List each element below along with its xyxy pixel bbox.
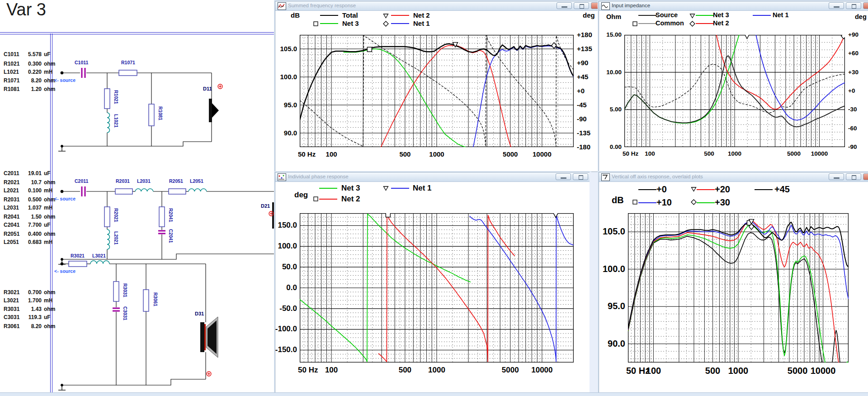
- window-title: Summed frequency response: [288, 3, 356, 8]
- legend-label: Net 1: [413, 184, 432, 193]
- right-axis-tick-label: +90: [848, 31, 859, 38]
- legend-line-sample: [696, 15, 714, 16]
- source-and-ground-symbols: [58, 72, 66, 390]
- series-+20: [628, 221, 840, 363]
- square-marker-icon: [632, 199, 638, 205]
- window-vertical-off-axis-response: Vertical off axis response, overlaid plo…: [599, 172, 868, 394]
- y-axis-tick-label: -150.0: [275, 345, 297, 354]
- minimize-button[interactable]: [557, 2, 572, 9]
- x-axis-tick-label: 1000: [718, 366, 759, 376]
- y-axis-tick-label: 100.0: [275, 73, 297, 81]
- y-axis-tick-label: -100.0: [275, 324, 297, 334]
- legend-line-sample: [319, 199, 337, 200]
- window-individual-phase-response: Individual phase response × degNet 3Net …: [275, 172, 590, 394]
- y-axis-tick-label: 105.0: [275, 45, 297, 52]
- window-chart-icon: [601, 173, 610, 181]
- triangle-marker-icon: [689, 13, 695, 19]
- y-axis-tick-label: 0.0: [275, 283, 297, 292]
- legend-line-sample: [391, 188, 409, 189]
- mdi-gap: [590, 172, 599, 393]
- right-axis-tick-label: -180: [577, 143, 590, 151]
- legend-label: +30: [715, 197, 730, 208]
- y-axis-tick-label: 100.0: [275, 242, 297, 251]
- legend-label: Net 3: [342, 19, 359, 27]
- source-label: <- source: [54, 196, 75, 201]
- x-axis-tick-label: 1000: [416, 150, 457, 158]
- maximize-button[interactable]: [846, 2, 861, 9]
- component-label: C2011: [75, 178, 89, 184]
- resistor-symbols: [69, 70, 186, 311]
- minimize-button[interactable]: [829, 173, 844, 180]
- maximize-button[interactable]: [846, 173, 861, 180]
- component-label: L2031: [137, 178, 151, 184]
- y-axis-tick-label: 50.0: [275, 262, 297, 272]
- right-axis-tick-label: -45: [577, 101, 587, 109]
- window-title: Input impedance: [612, 3, 650, 8]
- right-axis-tick-label: -90: [848, 143, 857, 150]
- curve-markers: [745, 35, 845, 39]
- x-axis-tick-label: 10000: [803, 366, 844, 376]
- chart-plot-area: [628, 213, 849, 363]
- titlebar[interactable]: Summed frequency response ×: [275, 1, 599, 11]
- component-label: R1071: [121, 60, 135, 65]
- y-axis-tick-label: -50.0: [275, 304, 297, 313]
- series-net-1: [755, 35, 845, 120]
- y-axis-tick-label: 10.00: [599, 69, 622, 76]
- series-net-3: [344, 49, 471, 147]
- window-chart-icon: [601, 2, 610, 10]
- legend-line-sample: [697, 189, 715, 190]
- legend-label: +45: [774, 184, 790, 195]
- axis-unit-left: dB: [612, 195, 624, 205]
- component-label: L2021: [113, 231, 119, 245]
- window-title: Vertical off axis response, overlaid plo…: [612, 174, 703, 179]
- x-axis-tick-label: 10000: [799, 150, 840, 157]
- minimize-button[interactable]: [556, 173, 571, 180]
- close-button[interactable]: ×: [863, 2, 868, 9]
- legend-label: +0: [656, 184, 667, 195]
- titlebar[interactable]: Vertical off axis response, overlaid plo…: [599, 172, 868, 182]
- y-axis-tick-label: 95.0: [275, 101, 297, 109]
- legend-label: Net 2: [413, 11, 430, 19]
- series-net-2: [378, 215, 514, 362]
- x-axis-tick-label: 10000: [522, 366, 562, 375]
- titlebar[interactable]: Individual phase response ×: [275, 172, 590, 182]
- right-axis-tick-label: -30: [848, 106, 857, 113]
- component-label: C3031: [123, 306, 128, 320]
- maximize-button[interactable]: [573, 173, 588, 180]
- crossover-schematic: C1011 R1071 R1021 L1021 R1081 C2011 R203…: [0, 0, 275, 396]
- window-chart-icon: [278, 173, 286, 181]
- legend-line-sample: [697, 202, 715, 203]
- chart-plot-area: [300, 213, 574, 363]
- axis-unit-right: deg: [583, 11, 595, 19]
- curve-markers: [747, 219, 754, 230]
- source-label: <- source: [54, 268, 75, 274]
- component-label: R3031: [123, 283, 128, 297]
- right-axis-tick-label: +0: [848, 87, 855, 94]
- titlebar[interactable]: Input impedance ×: [599, 1, 868, 11]
- series-net-2: [380, 46, 514, 147]
- y-axis-tick-label: 90.0: [275, 129, 297, 137]
- triangle-marker-icon: [383, 13, 389, 19]
- x-axis-tick-label: 100: [311, 150, 352, 158]
- close-button[interactable]: ×: [863, 173, 868, 180]
- y-axis-tick-label: 0.00: [599, 143, 622, 150]
- tweeter-icon: [209, 99, 212, 122]
- maximize-button[interactable]: [574, 2, 589, 9]
- minimize-button[interactable]: [829, 2, 844, 9]
- legend-line-sample: [320, 23, 338, 24]
- component-label: R1021: [113, 90, 119, 104]
- legend-line-sample: [319, 188, 337, 189]
- right-axis-tick-label: +180: [577, 31, 592, 38]
- right-axis-tick-label: -135: [577, 129, 590, 137]
- component-label: C2041: [168, 229, 174, 243]
- curve-markers: [386, 213, 558, 218]
- window-input-impedance: Input impedance × OhmdegSourceCommonNet …: [599, 1, 868, 172]
- legend-label: Net 1: [413, 19, 430, 27]
- y-axis-tick-label: 100.0: [599, 264, 625, 274]
- driver-label: D21: [261, 203, 270, 209]
- window-summed-frequency-response: Summed frequency response × dBdegTotalNe…: [275, 1, 599, 172]
- chart-plot-area: [624, 35, 845, 147]
- diamond-marker-icon: [689, 21, 695, 27]
- right-axis-tick-label: +135: [577, 45, 592, 52]
- source-label: <- source: [54, 77, 75, 83]
